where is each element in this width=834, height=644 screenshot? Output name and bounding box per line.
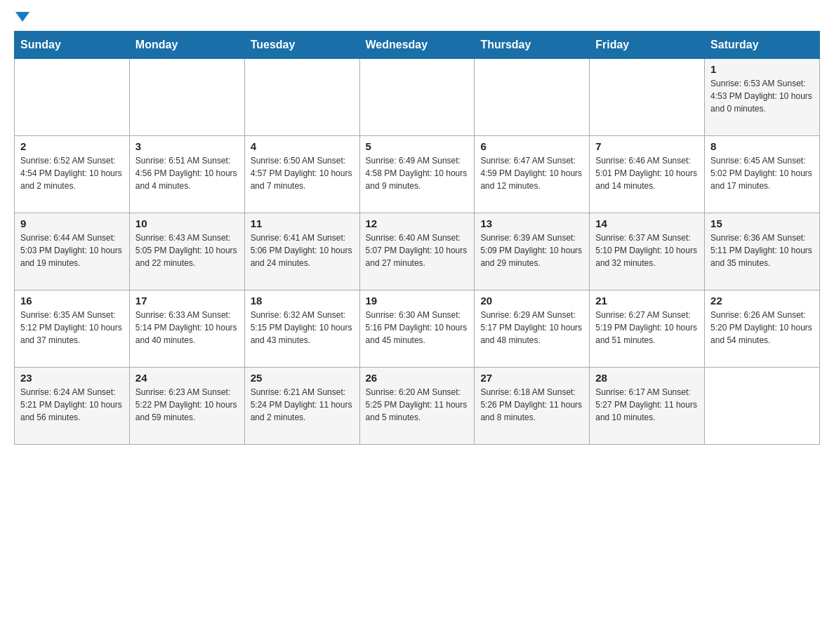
day-number: 1 — [710, 63, 814, 75]
day-number: 5 — [366, 140, 469, 152]
calendar-header-thursday: Thursday — [475, 32, 590, 59]
calendar-cell: 21Sunrise: 6:27 AM Sunset: 5:19 PM Dayli… — [590, 290, 705, 368]
day-info: Sunrise: 6:41 AM Sunset: 5:06 PM Dayligh… — [251, 232, 354, 269]
page-header — [14, 14, 820, 24]
day-info: Sunrise: 6:53 AM Sunset: 4:53 PM Dayligh… — [710, 77, 814, 115]
day-info: Sunrise: 6:33 AM Sunset: 5:14 PM Dayligh… — [135, 309, 239, 347]
calendar-cell: 9Sunrise: 6:44 AM Sunset: 5:03 PM Daylig… — [15, 213, 130, 290]
day-info: Sunrise: 6:47 AM Sunset: 4:59 PM Dayligh… — [480, 154, 583, 192]
day-info: Sunrise: 6:44 AM Sunset: 5:03 PM Dayligh… — [20, 232, 124, 269]
calendar-cell: 8Sunrise: 6:45 AM Sunset: 5:02 PM Daylig… — [705, 136, 820, 213]
logo — [14, 14, 29, 24]
calendar-cell: 3Sunrise: 6:51 AM Sunset: 4:56 PM Daylig… — [129, 136, 244, 213]
day-info: Sunrise: 6:24 AM Sunset: 5:21 PM Dayligh… — [20, 386, 124, 424]
day-number: 11 — [251, 217, 354, 229]
calendar-cell: 6Sunrise: 6:47 AM Sunset: 4:59 PM Daylig… — [475, 136, 590, 213]
day-info: Sunrise: 6:36 AM Sunset: 5:11 PM Dayligh… — [710, 232, 814, 269]
day-info: Sunrise: 6:49 AM Sunset: 4:58 PM Dayligh… — [366, 154, 469, 192]
day-number: 24 — [135, 372, 239, 384]
day-number: 7 — [595, 140, 699, 152]
day-info: Sunrise: 6:17 AM Sunset: 5:27 PM Dayligh… — [595, 386, 699, 424]
calendar-cell: 12Sunrise: 6:40 AM Sunset: 5:07 PM Dayli… — [359, 213, 475, 290]
calendar-cell: 7Sunrise: 6:46 AM Sunset: 5:01 PM Daylig… — [590, 136, 705, 213]
day-number: 8 — [710, 140, 814, 152]
calendar-cell: 14Sunrise: 6:37 AM Sunset: 5:10 PM Dayli… — [590, 213, 705, 290]
day-number: 21 — [595, 295, 699, 307]
day-number: 14 — [595, 217, 699, 229]
calendar-header-tuesday: Tuesday — [244, 32, 359, 59]
day-number: 20 — [480, 295, 583, 307]
calendar-cell — [590, 59, 705, 136]
day-number: 26 — [366, 372, 469, 384]
calendar-cell: 18Sunrise: 6:32 AM Sunset: 5:15 PM Dayli… — [244, 290, 359, 368]
calendar-table: SundayMondayTuesdayWednesdayThursdayFrid… — [14, 31, 820, 445]
calendar-cell — [129, 59, 244, 136]
day-info: Sunrise: 6:26 AM Sunset: 5:20 PM Dayligh… — [710, 309, 814, 347]
calendar-cell: 10Sunrise: 6:43 AM Sunset: 5:05 PM Dayli… — [129, 213, 244, 290]
calendar-header-sunday: Sunday — [15, 32, 130, 59]
day-number: 27 — [480, 372, 583, 384]
calendar-week-row: 1Sunrise: 6:53 AM Sunset: 4:53 PM Daylig… — [15, 59, 820, 136]
calendar-cell — [705, 368, 820, 445]
day-number: 28 — [595, 372, 699, 384]
day-number: 4 — [251, 140, 354, 152]
calendar-cell: 16Sunrise: 6:35 AM Sunset: 5:12 PM Dayli… — [15, 290, 130, 368]
calendar-cell: 23Sunrise: 6:24 AM Sunset: 5:21 PM Dayli… — [15, 368, 130, 445]
calendar-cell: 15Sunrise: 6:36 AM Sunset: 5:11 PM Dayli… — [705, 213, 820, 290]
calendar-cell: 5Sunrise: 6:49 AM Sunset: 4:58 PM Daylig… — [359, 136, 475, 213]
calendar-cell: 17Sunrise: 6:33 AM Sunset: 5:14 PM Dayli… — [129, 290, 244, 368]
logo-arrow-icon — [15, 12, 29, 22]
day-number: 12 — [366, 217, 469, 229]
calendar-week-row: 2Sunrise: 6:52 AM Sunset: 4:54 PM Daylig… — [15, 136, 820, 213]
day-number: 22 — [710, 295, 814, 307]
day-info: Sunrise: 6:20 AM Sunset: 5:25 PM Dayligh… — [366, 386, 469, 424]
calendar-cell — [15, 59, 130, 136]
calendar-cell: 24Sunrise: 6:23 AM Sunset: 5:22 PM Dayli… — [129, 368, 244, 445]
day-number: 3 — [135, 140, 239, 152]
calendar-cell: 26Sunrise: 6:20 AM Sunset: 5:25 PM Dayli… — [359, 368, 475, 445]
calendar-cell: 22Sunrise: 6:26 AM Sunset: 5:20 PM Dayli… — [705, 290, 820, 368]
day-number: 15 — [710, 217, 814, 229]
day-info: Sunrise: 6:40 AM Sunset: 5:07 PM Dayligh… — [366, 232, 469, 269]
day-number: 13 — [480, 217, 583, 229]
day-info: Sunrise: 6:35 AM Sunset: 5:12 PM Dayligh… — [20, 309, 124, 347]
day-number: 9 — [20, 217, 124, 229]
day-info: Sunrise: 6:21 AM Sunset: 5:24 PM Dayligh… — [251, 386, 354, 424]
day-number: 10 — [135, 217, 239, 229]
day-number: 2 — [20, 140, 124, 152]
calendar-header-saturday: Saturday — [705, 32, 820, 59]
day-info: Sunrise: 6:29 AM Sunset: 5:17 PM Dayligh… — [480, 309, 583, 347]
calendar-week-row: 23Sunrise: 6:24 AM Sunset: 5:21 PM Dayli… — [15, 368, 820, 445]
day-info: Sunrise: 6:51 AM Sunset: 4:56 PM Dayligh… — [135, 154, 239, 192]
day-number: 17 — [135, 295, 239, 307]
calendar-header-monday: Monday — [129, 32, 244, 59]
day-info: Sunrise: 6:37 AM Sunset: 5:10 PM Dayligh… — [595, 232, 699, 269]
day-info: Sunrise: 6:45 AM Sunset: 5:02 PM Dayligh… — [710, 154, 814, 192]
calendar-cell: 4Sunrise: 6:50 AM Sunset: 4:57 PM Daylig… — [244, 136, 359, 213]
day-info: Sunrise: 6:23 AM Sunset: 5:22 PM Dayligh… — [135, 386, 239, 424]
day-info: Sunrise: 6:43 AM Sunset: 5:05 PM Dayligh… — [135, 232, 239, 269]
calendar-cell: 25Sunrise: 6:21 AM Sunset: 5:24 PM Dayli… — [244, 368, 359, 445]
calendar-cell: 20Sunrise: 6:29 AM Sunset: 5:17 PM Dayli… — [475, 290, 590, 368]
calendar-header-friday: Friday — [590, 32, 705, 59]
calendar-cell — [475, 59, 590, 136]
day-info: Sunrise: 6:50 AM Sunset: 4:57 PM Dayligh… — [251, 154, 354, 192]
day-number: 25 — [251, 372, 354, 384]
day-number: 19 — [366, 295, 469, 307]
calendar-header-wednesday: Wednesday — [359, 32, 475, 59]
calendar-week-row: 9Sunrise: 6:44 AM Sunset: 5:03 PM Daylig… — [15, 213, 820, 290]
day-info: Sunrise: 6:46 AM Sunset: 5:01 PM Dayligh… — [595, 154, 699, 192]
calendar-header-row: SundayMondayTuesdayWednesdayThursdayFrid… — [15, 32, 820, 59]
day-info: Sunrise: 6:30 AM Sunset: 5:16 PM Dayligh… — [366, 309, 469, 347]
day-number: 6 — [480, 140, 583, 152]
day-number: 18 — [251, 295, 354, 307]
calendar-cell — [359, 59, 475, 136]
calendar-cell: 1Sunrise: 6:53 AM Sunset: 4:53 PM Daylig… — [705, 59, 820, 136]
calendar-cell: 13Sunrise: 6:39 AM Sunset: 5:09 PM Dayli… — [475, 213, 590, 290]
calendar-cell: 2Sunrise: 6:52 AM Sunset: 4:54 PM Daylig… — [15, 136, 130, 213]
day-info: Sunrise: 6:39 AM Sunset: 5:09 PM Dayligh… — [480, 232, 583, 269]
day-info: Sunrise: 6:27 AM Sunset: 5:19 PM Dayligh… — [595, 309, 699, 347]
day-info: Sunrise: 6:32 AM Sunset: 5:15 PM Dayligh… — [251, 309, 354, 347]
day-number: 23 — [20, 372, 124, 384]
day-info: Sunrise: 6:52 AM Sunset: 4:54 PM Dayligh… — [20, 154, 124, 192]
